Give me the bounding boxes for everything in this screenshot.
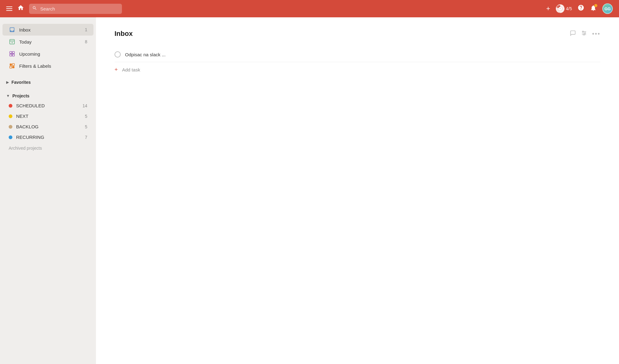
- main-layout: Inbox 1 8 Today 8 Upcoming: [0, 17, 619, 364]
- topnav-left: [6, 4, 541, 14]
- hamburger-button[interactable]: [6, 6, 12, 11]
- svg-rect-9: [10, 64, 12, 66]
- table-row: Odpisac na slack ...: [115, 47, 600, 62]
- sidebar-label-scheduled: SCHEDULED: [16, 103, 45, 108]
- sidebar-count-backlog: 5: [85, 124, 87, 129]
- svg-point-18: [583, 34, 584, 35]
- svg-rect-11: [10, 66, 12, 68]
- content-header: Inbox •••: [115, 30, 600, 38]
- sidebar-item-filters[interactable]: Filters & Labels: [2, 60, 93, 72]
- topnav-right: + 4/5 GG: [546, 3, 613, 14]
- add-task-row[interactable]: + Add task: [115, 62, 600, 77]
- sidebar-count-today: 8: [85, 39, 87, 44]
- notification-dot: [594, 4, 597, 7]
- content-actions: •••: [570, 30, 600, 38]
- today-icon: 8: [9, 38, 15, 45]
- notifications-button[interactable]: [590, 5, 597, 13]
- inbox-icon: [9, 26, 15, 33]
- sidebar-item-inbox[interactable]: Inbox 1: [2, 24, 93, 36]
- add-button[interactable]: +: [546, 5, 550, 13]
- filter-button[interactable]: [581, 30, 587, 38]
- sidebar-label-filters: Filters & Labels: [19, 63, 51, 69]
- svg-point-16: [582, 31, 583, 32]
- projects-section-header[interactable]: ▼ Projects: [0, 90, 96, 100]
- sidebar-label-recurring: RECURRING: [16, 135, 44, 140]
- svg-text:8: 8: [11, 41, 13, 44]
- home-button[interactable]: [17, 4, 24, 13]
- sidebar-label-inbox: Inbox: [19, 27, 31, 32]
- favorites-label: Favorites: [11, 80, 31, 85]
- favorites-section-header[interactable]: ▶ Favorites: [0, 76, 96, 87]
- sidebar-item-today[interactable]: 8 Today 8: [2, 36, 93, 48]
- sidebar-item-recurring[interactable]: RECURRING 7: [2, 132, 93, 142]
- sidebar-item-scheduled[interactable]: SCHEDULED 14: [2, 101, 93, 111]
- recurring-dot: [9, 135, 12, 139]
- svg-rect-10: [12, 64, 15, 66]
- sidebar-count-scheduled: 14: [82, 103, 87, 108]
- karma-badge[interactable]: 4/5: [556, 4, 572, 13]
- sidebar-count-next: 5: [85, 114, 87, 119]
- svg-rect-12: [12, 66, 15, 68]
- upcoming-icon: [9, 50, 15, 57]
- karma-circle: [556, 4, 565, 13]
- task-text: Odpisac na slack ...: [125, 52, 166, 57]
- sidebar-label-next: NEXT: [16, 113, 28, 119]
- svg-rect-7: [10, 54, 12, 56]
- help-button[interactable]: [578, 4, 584, 13]
- comment-button[interactable]: [570, 30, 576, 38]
- karma-label: 4/5: [566, 6, 572, 11]
- sidebar-count-inbox: 1: [85, 27, 87, 32]
- svg-rect-5: [10, 52, 12, 54]
- filters-icon: [9, 62, 15, 69]
- sidebar-item-next[interactable]: NEXT 5: [2, 111, 93, 121]
- page-title: Inbox: [115, 30, 133, 38]
- task-list: Odpisac na slack ... + Add task: [115, 47, 600, 77]
- search-input[interactable]: [29, 4, 122, 14]
- topnav: + 4/5 GG: [0, 0, 619, 17]
- more-options-button[interactable]: •••: [592, 30, 600, 37]
- add-task-label: Add task: [122, 67, 140, 72]
- sidebar-item-backlog[interactable]: BACKLOG 5: [2, 122, 93, 132]
- sidebar-label-today: Today: [19, 39, 32, 45]
- svg-point-17: [585, 32, 586, 33]
- avatar[interactable]: GG: [602, 3, 613, 14]
- scheduled-dot: [9, 104, 12, 108]
- backlog-dot: [9, 125, 12, 129]
- svg-rect-8: [12, 54, 15, 56]
- sidebar-label-upcoming: Upcoming: [19, 51, 40, 57]
- projects-label: Projects: [12, 93, 29, 98]
- projects-chevron-icon: ▼: [6, 94, 10, 98]
- archived-projects-link[interactable]: Archived projects: [0, 143, 96, 154]
- add-task-icon: +: [115, 66, 118, 73]
- sidebar: Inbox 1 8 Today 8 Upcoming: [0, 17, 96, 364]
- sidebar-label-backlog: BACKLOG: [16, 124, 39, 129]
- next-dot: [9, 114, 12, 118]
- svg-rect-6: [12, 52, 15, 54]
- main-content: Inbox ••• Odpisac na slack ... + Add tas…: [96, 17, 619, 364]
- task-complete-button[interactable]: [115, 51, 121, 58]
- search-wrapper: [29, 4, 122, 14]
- favorites-chevron-icon: ▶: [6, 80, 9, 84]
- sidebar-item-upcoming[interactable]: Upcoming: [2, 48, 93, 60]
- sidebar-count-recurring: 7: [85, 135, 87, 140]
